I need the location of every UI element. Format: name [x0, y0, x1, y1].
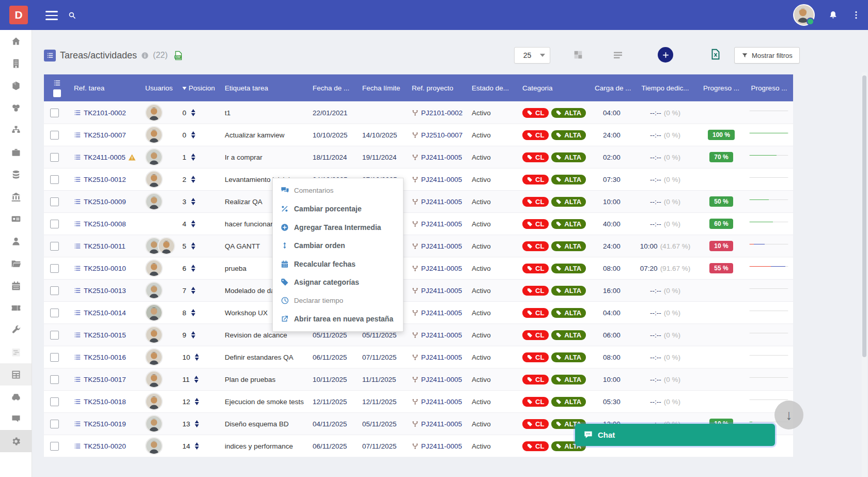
reorder-arrows[interactable]: [191, 220, 195, 227]
column-header-posicion[interactable]: Posicion: [178, 84, 221, 92]
sidebar-item-projects[interactable]: [0, 119, 32, 141]
user-avatar[interactable]: [793, 4, 815, 26]
user-avatar[interactable]: [145, 304, 163, 321]
menu-item-agregar-tarea-intermedia[interactable]: Agregar Tarea Intermedia: [273, 218, 403, 237]
task-ref-link[interactable]: TK2101-0002: [84, 109, 126, 117]
column-header-progreso-[interactable]: Progreso ...: [745, 84, 793, 92]
project-ref-link[interactable]: PJ2411-0005: [421, 265, 462, 272]
info-icon[interactable]: [141, 52, 149, 59]
project-ref-link[interactable]: PJ2101-0002: [421, 109, 462, 117]
row-checkbox[interactable]: [50, 286, 59, 295]
task-ref-link[interactable]: TK2510-0018: [84, 398, 126, 406]
row-checkbox[interactable]: [50, 442, 59, 451]
project-ref-link[interactable]: PJ2411-0005: [421, 309, 462, 317]
user-avatar[interactable]: [145, 282, 163, 299]
kanban-view-icon[interactable]: [572, 49, 584, 60]
user-avatar[interactable]: [145, 437, 163, 455]
sidebar-item-hr[interactable]: [0, 141, 32, 163]
project-ref-link[interactable]: PJ2411-0005: [421, 198, 462, 206]
row-checkbox[interactable]: [50, 353, 59, 362]
task-ref-link[interactable]: TK2510-0007: [84, 131, 126, 139]
sidebar-item-fleet[interactable]: [0, 386, 32, 408]
sidebar-item-members[interactable]: [0, 230, 32, 252]
reorder-arrows[interactable]: [195, 398, 199, 405]
sidebar-item-documents[interactable]: [0, 252, 32, 274]
row-checkbox[interactable]: [50, 309, 59, 317]
user-avatar[interactable]: [158, 237, 175, 255]
show-filters-button[interactable]: Mostrar filtros: [734, 47, 800, 64]
column-header-progreso-[interactable]: Progreso ...: [698, 84, 745, 92]
column-header-categoria[interactable]: Categoria: [518, 84, 591, 92]
row-checkbox[interactable]: [50, 220, 59, 228]
row-checkbox[interactable]: [50, 397, 59, 406]
reorder-arrows[interactable]: [191, 309, 195, 316]
project-ref-link[interactable]: PJ2411-0005: [421, 442, 462, 450]
sidebar-item-stock[interactable]: [0, 97, 32, 119]
user-avatar[interactable]: [145, 193, 163, 210]
sidebar-item-settings[interactable]: [0, 430, 32, 452]
sidebar-item-bank[interactable]: [0, 186, 32, 208]
row-checkbox[interactable]: [50, 175, 59, 184]
task-ref-link[interactable]: TK2510-0013: [84, 287, 126, 295]
column-header-fecha-de-[interactable]: Fecha de ...: [308, 84, 358, 92]
task-ref-link[interactable]: TK2510-0015: [84, 331, 126, 339]
reorder-arrows[interactable]: [194, 376, 198, 383]
project-ref-link[interactable]: PJ2411-0005: [421, 153, 462, 161]
task-ref-link[interactable]: TK2510-0012: [84, 176, 126, 183]
user-avatar[interactable]: [145, 104, 163, 121]
row-checkbox[interactable]: [50, 153, 59, 162]
project-ref-link[interactable]: PJ2411-0005: [421, 420, 462, 428]
sidebar-item-products[interactable]: [0, 74, 32, 97]
reorder-arrows[interactable]: [191, 242, 195, 250]
sidebar-item-salaries[interactable]: [0, 208, 32, 230]
user-avatar[interactable]: [145, 393, 163, 410]
sidebar-item-tickets[interactable]: [0, 297, 32, 319]
hamburger-menu-icon[interactable]: [45, 11, 58, 20]
column-header-usuarios[interactable]: Usuarios: [141, 84, 178, 92]
user-avatar[interactable]: [145, 148, 163, 166]
select-all-checkbox[interactable]: [53, 89, 61, 97]
menu-item-comentarios[interactable]: Comentarios: [273, 181, 403, 200]
task-ref-link[interactable]: TK2510-0020: [84, 442, 126, 450]
sidebar-item-task-list[interactable]: [0, 363, 32, 386]
project-ref-link[interactable]: PJ2411-0005: [421, 176, 462, 183]
sidebar-item-home[interactable]: [0, 30, 32, 52]
task-ref-link[interactable]: TK2510-0009: [84, 198, 126, 206]
sidebar-item-companies[interactable]: [0, 52, 32, 74]
notifications-bell-icon[interactable]: [828, 10, 838, 20]
user-avatar[interactable]: [145, 126, 163, 144]
task-ref-link[interactable]: TK2510-0010: [84, 265, 126, 272]
user-avatar[interactable]: [145, 371, 163, 388]
list-view-icon[interactable]: [612, 49, 624, 61]
sidebar-item-reports[interactable]: [0, 341, 32, 363]
scrollbar-thumb[interactable]: [862, 75, 866, 357]
user-avatar[interactable]: [145, 326, 163, 344]
reorder-arrows[interactable]: [191, 331, 195, 338]
sidebar-item-billing[interactable]: [0, 163, 32, 186]
add-task-button[interactable]: [658, 47, 673, 63]
column-header-etiqueta-tarea[interactable]: Etiqueta tarea: [221, 84, 308, 92]
project-ref-link[interactable]: PJ2510-0007: [421, 131, 462, 139]
scroll-down-button[interactable]: ↓: [774, 401, 803, 429]
project-ref-link[interactable]: PJ2411-0005: [421, 242, 462, 250]
sidebar-item-messages[interactable]: [0, 408, 32, 430]
row-checkbox[interactable]: [50, 264, 59, 273]
menu-item-abrir-tarea-en-nueva-pesta-a[interactable]: Abrir tarea en nueva pestaña: [273, 310, 403, 329]
column-header-ref-tarea[interactable]: Ref. tarea: [70, 84, 141, 92]
column-header-ref-proyecto[interactable]: Ref. proyecto: [408, 84, 468, 92]
chat-bar[interactable]: Chat: [575, 424, 775, 446]
reorder-arrows[interactable]: [195, 353, 199, 361]
task-ref-link[interactable]: TK2510-0008: [84, 220, 126, 228]
row-checkbox[interactable]: [50, 197, 59, 206]
row-checkbox[interactable]: [50, 131, 59, 140]
row-checkbox[interactable]: [50, 331, 59, 340]
excel-export-icon[interactable]: [709, 48, 722, 60]
task-ref-link[interactable]: TK2510-0019: [84, 420, 126, 428]
column-header-tiempo-dedic-[interactable]: Tiempo dedic...: [633, 84, 698, 92]
menu-item-asignar-categor-as[interactable]: Asignar categorías: [273, 273, 403, 292]
row-checkbox[interactable]: [50, 420, 59, 428]
reorder-arrows[interactable]: [191, 176, 195, 183]
sidebar-item-agenda[interactable]: [0, 274, 32, 297]
reorder-arrows[interactable]: [191, 153, 195, 161]
user-avatar[interactable]: [145, 171, 163, 188]
